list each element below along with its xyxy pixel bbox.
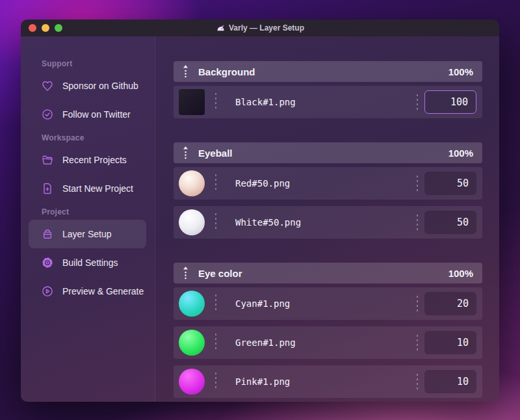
layer-filename: Cyan#1.png bbox=[235, 298, 417, 309]
layer-row: Cyan#1.png bbox=[174, 287, 482, 320]
drag-handle-icon[interactable] bbox=[183, 146, 188, 159]
file-plus-icon bbox=[41, 182, 54, 195]
layer-thumbnail bbox=[179, 291, 205, 317]
divider-dots bbox=[215, 93, 216, 111]
section-label: Workspace bbox=[42, 131, 155, 144]
divider-dots bbox=[417, 215, 418, 230]
sidebar-item-layer-setup[interactable]: Layer Setup bbox=[29, 220, 146, 248]
layer-thumbnail bbox=[179, 89, 205, 115]
title-bar: Varly — Layer Setup bbox=[21, 20, 499, 36]
layer-weight-input[interactable] bbox=[424, 90, 476, 114]
traffic-lights bbox=[29, 20, 62, 36]
section-label: Project bbox=[42, 205, 155, 218]
layer-group-name: Eye color bbox=[198, 268, 448, 279]
layer-group-background: Background 100% Black#1.png bbox=[174, 61, 482, 118]
sidebar-section-support: Support Sponsor on Github Follow on Twit… bbox=[21, 57, 155, 129]
layer-row: Red#50.png bbox=[174, 167, 482, 200]
sidebar-item-label: Sponsor on Github bbox=[62, 81, 138, 91]
sidebar-item-preview-generate[interactable]: Preview & Generate bbox=[29, 277, 146, 306]
layer-group-name: Background bbox=[198, 66, 448, 77]
layer-thumbnail bbox=[179, 369, 205, 395]
sidebar-item-label: Start New Project bbox=[62, 183, 133, 194]
sidebar-item-label: Preview & Generate bbox=[62, 286, 144, 296]
sidebar-item-label: Follow on Twitter bbox=[62, 109, 131, 120]
layer-group-eye-color: Eye color 100% Cyan#1.png Green#1.png bbox=[174, 263, 482, 398]
sidebar-section-workspace: Workspace Recent Projects Start New Proj… bbox=[21, 131, 155, 203]
layer-row: Green#1.png bbox=[174, 326, 482, 359]
layer-group-name: Eyeball bbox=[198, 148, 448, 159]
layer-group-opacity: 100% bbox=[448, 66, 473, 77]
folder-icon bbox=[41, 153, 54, 166]
layer-filename: Red#50.png bbox=[235, 178, 417, 189]
divider-dots bbox=[417, 374, 418, 389]
sidebar: Support Sponsor on Github Follow on Twit… bbox=[21, 36, 155, 402]
layer-filename: Green#1.png bbox=[235, 337, 417, 348]
layer-weight-input[interactable] bbox=[424, 292, 476, 315]
layer-filename: Black#1.png bbox=[235, 97, 417, 107]
layer-group-header: Background 100% bbox=[174, 61, 482, 82]
layer-filename: White#50.png bbox=[235, 217, 417, 228]
layer-row: Pink#1.png bbox=[174, 365, 482, 398]
drag-handle-icon[interactable] bbox=[183, 267, 188, 280]
layer-setup-panel: Background 100% Black#1.png Eyeball 100% bbox=[155, 36, 499, 402]
sidebar-item-sponsor-github[interactable]: Sponsor on Github bbox=[29, 72, 146, 100]
layer-group-opacity: 100% bbox=[448, 148, 473, 159]
section-label: Support bbox=[42, 57, 155, 70]
sidebar-item-follow-twitter[interactable]: Follow on Twitter bbox=[29, 100, 146, 129]
close-button[interactable] bbox=[29, 24, 36, 32]
layer-thumbnail bbox=[179, 170, 205, 196]
heart-icon bbox=[41, 79, 54, 92]
sidebar-section-project: Project Layer Setup Build Settings Previ… bbox=[21, 205, 155, 306]
window-title: Varly — Layer Setup bbox=[216, 23, 304, 33]
divider-dots bbox=[215, 334, 216, 352]
divider-dots bbox=[417, 335, 418, 350]
layer-group-eyeball: Eyeball 100% Red#50.png White#50.png bbox=[174, 142, 482, 239]
layer-group-header: Eye color 100% bbox=[174, 263, 482, 283]
layer-filename: Pink#1.png bbox=[235, 376, 417, 387]
sidebar-item-label: Layer Setup bbox=[62, 229, 112, 239]
verified-check-icon bbox=[41, 108, 54, 121]
window-title-text: Varly — Layer Setup bbox=[229, 23, 304, 33]
divider-dots bbox=[417, 176, 418, 191]
layer-group-header: Eyeball 100% bbox=[174, 142, 482, 163]
app-window: Varly — Layer Setup Support Sponsor on G… bbox=[21, 20, 499, 402]
layer-thumbnail bbox=[179, 209, 205, 235]
layer-thumbnail bbox=[179, 330, 205, 356]
layer-row: Black#1.png bbox=[174, 86, 482, 118]
layer-weight-input[interactable] bbox=[424, 172, 476, 195]
minimize-button[interactable] bbox=[42, 24, 49, 32]
layer-weight-input[interactable] bbox=[424, 211, 476, 234]
layer-weight-input[interactable] bbox=[424, 331, 476, 354]
layer-group-opacity: 100% bbox=[448, 268, 473, 279]
divider-dots bbox=[215, 213, 216, 231]
sidebar-item-start-new-project[interactable]: Start New Project bbox=[29, 174, 146, 203]
divider-dots bbox=[215, 295, 216, 313]
sidebar-item-recent-projects[interactable]: Recent Projects bbox=[29, 146, 146, 174]
divider-dots bbox=[215, 373, 216, 391]
layer-row: White#50.png bbox=[174, 206, 482, 239]
drag-handle-icon[interactable] bbox=[183, 65, 188, 78]
unicorn-app-icon bbox=[216, 23, 226, 33]
sidebar-item-label: Build Settings bbox=[62, 257, 118, 268]
divider-dots bbox=[417, 296, 418, 311]
zoom-button[interactable] bbox=[55, 24, 62, 32]
divider-dots bbox=[417, 94, 418, 110]
divider-dots bbox=[215, 174, 216, 192]
layers-box-icon bbox=[41, 228, 54, 241]
sidebar-item-label: Recent Projects bbox=[62, 155, 127, 165]
gear-icon bbox=[41, 256, 54, 269]
sidebar-item-build-settings[interactable]: Build Settings bbox=[29, 248, 146, 277]
layer-weight-input[interactable] bbox=[424, 370, 476, 393]
play-circle-icon bbox=[41, 285, 54, 298]
